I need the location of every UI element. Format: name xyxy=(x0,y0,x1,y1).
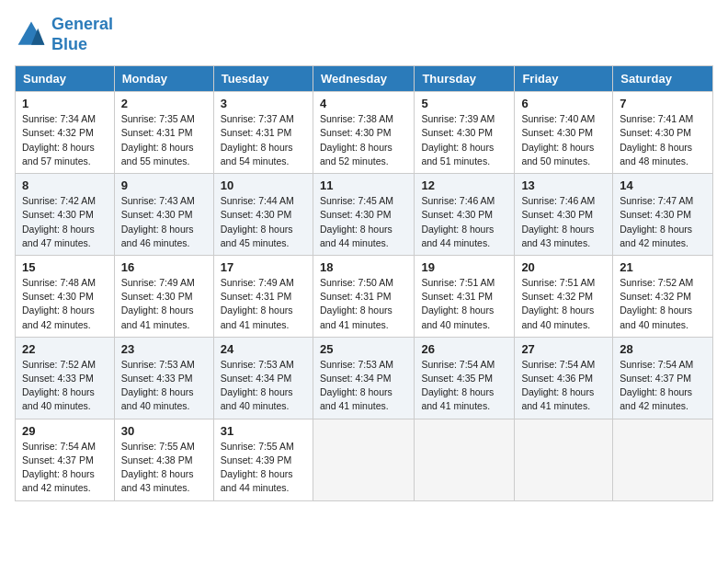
calendar-cell: 9Sunrise: 7:43 AMSunset: 4:30 PMDaylight… xyxy=(114,174,213,256)
day-number: 7 xyxy=(620,97,706,110)
logo: General Blue xyxy=(15,15,113,54)
day-number: 1 xyxy=(22,97,108,110)
day-number: 18 xyxy=(320,260,407,274)
cell-details: Sunrise: 7:45 AMSunset: 4:30 PMDaylight:… xyxy=(320,194,407,250)
calendar-week-row: 22Sunrise: 7:52 AMSunset: 4:33 PMDayligh… xyxy=(16,337,713,419)
weekday-header: Wednesday xyxy=(313,66,414,92)
weekday-header-row: SundayMondayTuesdayWednesdayThursdayFrid… xyxy=(16,66,713,92)
calendar-week-row: 1Sunrise: 7:34 AMSunset: 4:32 PMDaylight… xyxy=(16,92,713,174)
cell-details: Sunrise: 7:35 AMSunset: 4:31 PMDaylight:… xyxy=(121,112,207,168)
day-number: 15 xyxy=(22,260,108,274)
calendar-cell xyxy=(613,419,713,500)
cell-details: Sunrise: 7:49 AMSunset: 4:30 PMDaylight:… xyxy=(121,276,207,332)
day-number: 6 xyxy=(521,97,606,110)
day-number: 17 xyxy=(221,260,306,274)
cell-details: Sunrise: 7:50 AMSunset: 4:31 PMDaylight:… xyxy=(320,276,407,332)
weekday-header: Sunday xyxy=(16,66,115,92)
day-number: 21 xyxy=(620,260,706,274)
day-number: 12 xyxy=(421,178,507,192)
calendar-cell: 7Sunrise: 7:41 AMSunset: 4:30 PMDaylight… xyxy=(613,92,713,174)
cell-details: Sunrise: 7:43 AMSunset: 4:30 PMDaylight:… xyxy=(121,194,207,250)
logo-icon xyxy=(15,18,48,52)
calendar-cell: 14Sunrise: 7:47 AMSunset: 4:30 PMDayligh… xyxy=(613,174,713,256)
calendar-cell: 21Sunrise: 7:52 AMSunset: 4:32 PMDayligh… xyxy=(613,255,713,337)
day-number: 30 xyxy=(121,424,207,438)
calendar-cell: 13Sunrise: 7:46 AMSunset: 4:30 PMDayligh… xyxy=(515,174,613,256)
calendar-cell: 16Sunrise: 7:49 AMSunset: 4:30 PMDayligh… xyxy=(114,255,213,337)
calendar-cell: 2Sunrise: 7:35 AMSunset: 4:31 PMDaylight… xyxy=(114,92,213,174)
cell-details: Sunrise: 7:54 AMSunset: 4:37 PMDaylight:… xyxy=(22,440,108,496)
calendar-cell: 31Sunrise: 7:55 AMSunset: 4:39 PMDayligh… xyxy=(213,419,313,500)
day-number: 27 xyxy=(521,342,606,356)
calendar-cell: 1Sunrise: 7:34 AMSunset: 4:32 PMDaylight… xyxy=(16,92,115,174)
day-number: 11 xyxy=(320,178,407,192)
calendar-cell: 27Sunrise: 7:54 AMSunset: 4:36 PMDayligh… xyxy=(515,337,613,419)
calendar-week-row: 29Sunrise: 7:54 AMSunset: 4:37 PMDayligh… xyxy=(16,419,713,500)
calendar-cell: 4Sunrise: 7:38 AMSunset: 4:30 PMDaylight… xyxy=(313,92,414,174)
calendar-cell: 22Sunrise: 7:52 AMSunset: 4:33 PMDayligh… xyxy=(16,337,115,419)
day-number: 25 xyxy=(320,342,407,356)
cell-details: Sunrise: 7:42 AMSunset: 4:30 PMDaylight:… xyxy=(22,194,108,250)
cell-details: Sunrise: 7:38 AMSunset: 4:30 PMDaylight:… xyxy=(320,112,407,168)
calendar-cell: 6Sunrise: 7:40 AMSunset: 4:30 PMDaylight… xyxy=(515,92,613,174)
calendar-week-row: 15Sunrise: 7:48 AMSunset: 4:30 PMDayligh… xyxy=(16,255,713,337)
day-number: 10 xyxy=(221,178,306,192)
day-number: 5 xyxy=(421,97,507,110)
cell-details: Sunrise: 7:54 AMSunset: 4:35 PMDaylight:… xyxy=(421,358,507,414)
calendar-cell: 28Sunrise: 7:54 AMSunset: 4:37 PMDayligh… xyxy=(613,337,713,419)
day-number: 31 xyxy=(221,424,306,438)
cell-details: Sunrise: 7:53 AMSunset: 4:34 PMDaylight:… xyxy=(320,358,407,414)
weekday-header: Monday xyxy=(114,66,213,92)
day-number: 3 xyxy=(221,97,306,110)
logo-text: General Blue xyxy=(51,15,113,54)
calendar-cell: 25Sunrise: 7:53 AMSunset: 4:34 PMDayligh… xyxy=(313,337,414,419)
day-number: 14 xyxy=(620,178,706,192)
calendar-cell: 15Sunrise: 7:48 AMSunset: 4:30 PMDayligh… xyxy=(16,255,115,337)
page-header: General Blue xyxy=(15,15,713,54)
day-number: 26 xyxy=(421,342,507,356)
calendar-cell: 18Sunrise: 7:50 AMSunset: 4:31 PMDayligh… xyxy=(313,255,414,337)
cell-details: Sunrise: 7:54 AMSunset: 4:37 PMDaylight:… xyxy=(620,358,706,414)
cell-details: Sunrise: 7:46 AMSunset: 4:30 PMDaylight:… xyxy=(521,194,606,250)
cell-details: Sunrise: 7:39 AMSunset: 4:30 PMDaylight:… xyxy=(421,112,507,168)
calendar-table: SundayMondayTuesdayWednesdayThursdayFrid… xyxy=(15,65,713,500)
calendar-cell xyxy=(415,419,515,500)
calendar-cell: 11Sunrise: 7:45 AMSunset: 4:30 PMDayligh… xyxy=(313,174,414,256)
cell-details: Sunrise: 7:44 AMSunset: 4:30 PMDaylight:… xyxy=(221,194,306,250)
cell-details: Sunrise: 7:51 AMSunset: 4:31 PMDaylight:… xyxy=(421,276,507,332)
cell-details: Sunrise: 7:55 AMSunset: 4:38 PMDaylight:… xyxy=(121,440,207,496)
cell-details: Sunrise: 7:51 AMSunset: 4:32 PMDaylight:… xyxy=(521,276,606,332)
cell-details: Sunrise: 7:47 AMSunset: 4:30 PMDaylight:… xyxy=(620,194,706,250)
calendar-cell: 30Sunrise: 7:55 AMSunset: 4:38 PMDayligh… xyxy=(114,419,213,500)
weekday-header: Friday xyxy=(515,66,613,92)
calendar-cell: 26Sunrise: 7:54 AMSunset: 4:35 PMDayligh… xyxy=(415,337,515,419)
cell-details: Sunrise: 7:52 AMSunset: 4:32 PMDaylight:… xyxy=(620,276,706,332)
weekday-header: Tuesday xyxy=(213,66,313,92)
calendar-cell: 12Sunrise: 7:46 AMSunset: 4:30 PMDayligh… xyxy=(415,174,515,256)
calendar-cell xyxy=(515,419,613,500)
cell-details: Sunrise: 7:46 AMSunset: 4:30 PMDaylight:… xyxy=(421,194,507,250)
day-number: 13 xyxy=(521,178,606,192)
day-number: 24 xyxy=(221,342,306,356)
calendar-cell: 24Sunrise: 7:53 AMSunset: 4:34 PMDayligh… xyxy=(213,337,313,419)
calendar-cell: 5Sunrise: 7:39 AMSunset: 4:30 PMDaylight… xyxy=(415,92,515,174)
calendar-cell xyxy=(313,419,414,500)
weekday-header: Thursday xyxy=(415,66,515,92)
calendar-cell: 29Sunrise: 7:54 AMSunset: 4:37 PMDayligh… xyxy=(16,419,115,500)
cell-details: Sunrise: 7:49 AMSunset: 4:31 PMDaylight:… xyxy=(221,276,306,332)
weekday-header: Saturday xyxy=(613,66,713,92)
cell-details: Sunrise: 7:52 AMSunset: 4:33 PMDaylight:… xyxy=(22,358,108,414)
calendar-cell: 3Sunrise: 7:37 AMSunset: 4:31 PMDaylight… xyxy=(213,92,313,174)
calendar-week-row: 8Sunrise: 7:42 AMSunset: 4:30 PMDaylight… xyxy=(16,174,713,256)
day-number: 28 xyxy=(620,342,706,356)
calendar-cell: 19Sunrise: 7:51 AMSunset: 4:31 PMDayligh… xyxy=(415,255,515,337)
day-number: 23 xyxy=(121,342,207,356)
day-number: 19 xyxy=(421,260,507,274)
calendar-cell: 20Sunrise: 7:51 AMSunset: 4:32 PMDayligh… xyxy=(515,255,613,337)
calendar-cell: 23Sunrise: 7:53 AMSunset: 4:33 PMDayligh… xyxy=(114,337,213,419)
cell-details: Sunrise: 7:53 AMSunset: 4:33 PMDaylight:… xyxy=(121,358,207,414)
calendar-cell: 17Sunrise: 7:49 AMSunset: 4:31 PMDayligh… xyxy=(213,255,313,337)
day-number: 2 xyxy=(121,97,207,110)
cell-details: Sunrise: 7:34 AMSunset: 4:32 PMDaylight:… xyxy=(22,112,108,168)
day-number: 8 xyxy=(22,178,108,192)
